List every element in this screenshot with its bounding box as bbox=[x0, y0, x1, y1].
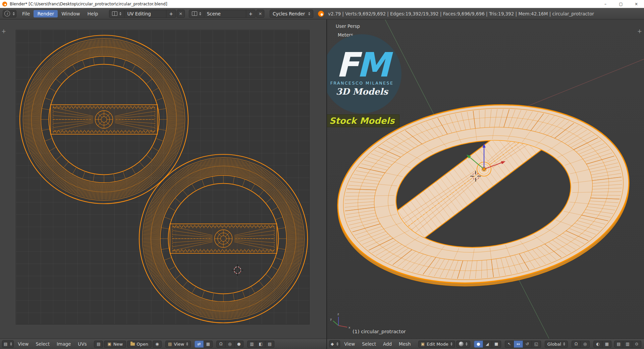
v3d-menu-select[interactable]: Select bbox=[359, 341, 379, 347]
window-controls: – ▢ × bbox=[598, 0, 644, 8]
render-preview-group: ◐ ▦ bbox=[593, 341, 611, 348]
layout-browse-button[interactable] bbox=[109, 10, 124, 17]
image-open-button[interactable]: Open bbox=[127, 341, 152, 348]
pin-button[interactable]: ◉ bbox=[153, 341, 162, 348]
dropdown-arrows-icon bbox=[10, 342, 12, 346]
viewport-3d-icon: ◆ bbox=[331, 342, 334, 346]
fm-logo-author: FRANCESCO MILANESE bbox=[330, 81, 394, 86]
manipulator-toggle-button[interactable]: ↖ bbox=[505, 341, 514, 348]
translate-manipulator-button[interactable]: ↔ bbox=[514, 341, 523, 348]
face-select-button[interactable]: ■ bbox=[492, 341, 501, 348]
dropdown-arrows-icon bbox=[563, 342, 565, 346]
stretch-icon: ▥ bbox=[250, 342, 254, 346]
uv-editor-header: ▤ View Select Image UVs ▤ ▣ New Open ◉ ▤… bbox=[0, 339, 326, 349]
uv-tool-button-1[interactable]: ▥ bbox=[247, 341, 256, 348]
uv-display-dropdown[interactable]: ▤ View bbox=[165, 341, 191, 348]
render-still-icon: ◐ bbox=[596, 342, 599, 346]
rotate-icon: ↺ bbox=[526, 342, 529, 346]
v3d-menu-mesh[interactable]: Mesh bbox=[396, 341, 414, 347]
snap-toggle-button[interactable]: Ω bbox=[572, 341, 581, 348]
window-title: Blender* [C:\Users\franc\Desktop\circula… bbox=[10, 2, 167, 6]
svg-text:x: x bbox=[348, 326, 351, 329]
maximize-button[interactable]: ▢ bbox=[613, 0, 629, 8]
close-button[interactable]: × bbox=[629, 0, 644, 8]
snap-element-button[interactable]: ◎ bbox=[581, 341, 590, 348]
proportional-edit-button[interactable]: ▥ bbox=[623, 341, 632, 348]
uv-wireframe-svg[interactable] bbox=[0, 19, 326, 339]
vertex-select-button[interactable]: ● bbox=[474, 341, 483, 348]
display-image-icon: ▤ bbox=[168, 342, 172, 346]
magnet-icon: Ω bbox=[219, 342, 222, 346]
viewport-shading-icon bbox=[459, 342, 464, 346]
v3d-menu-view[interactable]: View bbox=[341, 341, 358, 347]
occlude-geometry-button[interactable]: ▤ bbox=[614, 341, 623, 348]
menu-file[interactable]: File bbox=[18, 10, 34, 17]
info-editor-type-button[interactable]: i bbox=[3, 10, 16, 17]
window-titlebar[interactable]: Blender* [C:\Users\franc\Desktop\circula… bbox=[0, 0, 644, 8]
open-folder-icon bbox=[130, 343, 135, 346]
scene-browse-button[interactable] bbox=[189, 10, 204, 17]
extra-options-button[interactable]: ⊙ bbox=[632, 341, 641, 348]
layout-close-button[interactable]: × bbox=[177, 10, 185, 18]
uv-editor-pane[interactable]: + bbox=[0, 19, 326, 339]
edge-select-button[interactable]: ◢ bbox=[483, 341, 492, 348]
occlude-icon: ▤ bbox=[617, 342, 621, 346]
v3d-editor-type-button[interactable]: ◆ bbox=[329, 340, 340, 348]
image-new-button[interactable]: ▣ New bbox=[104, 341, 126, 348]
image-browse-button[interactable]: ▤ bbox=[94, 341, 103, 348]
vertex-icon: ● bbox=[477, 342, 480, 346]
uv-sync-selection-button[interactable]: ⇄ bbox=[195, 341, 204, 348]
manipulator-group: ↖ ↔ ↺ ◱ bbox=[505, 341, 541, 348]
dropdown-arrows-icon bbox=[308, 12, 310, 15]
scale-manipulator-button[interactable]: ◱ bbox=[532, 341, 541, 348]
layout-name-field[interactable]: UV Editing bbox=[124, 10, 166, 17]
snap-target-icon: ◎ bbox=[583, 342, 587, 346]
mode-dropdown[interactable]: ▣ Edit Mode bbox=[418, 341, 455, 348]
scene-name-field[interactable]: Scene bbox=[204, 10, 246, 17]
edge-icon: ◢ bbox=[486, 342, 489, 346]
area-corner-widget[interactable]: + bbox=[637, 29, 642, 34]
minimize-button[interactable]: – bbox=[598, 0, 613, 8]
scene-close-button[interactable]: × bbox=[256, 10, 264, 18]
uv-editor-type-button[interactable]: ▤ bbox=[2, 340, 14, 348]
uv-snap-button[interactable]: Ω bbox=[216, 341, 225, 348]
opengl-render-button[interactable]: ◐ bbox=[593, 341, 602, 348]
shading-dropdown[interactable] bbox=[456, 341, 470, 348]
proportional-icon: ▥ bbox=[626, 342, 629, 346]
right-tool-group: ▤ ▥ ⊙ bbox=[614, 341, 641, 348]
image-editor-icon: ▤ bbox=[4, 342, 7, 346]
uv-menu-select[interactable]: Select bbox=[33, 341, 53, 347]
uv-menu-uvs[interactable]: UVs bbox=[75, 341, 90, 347]
menu-window[interactable]: Window bbox=[58, 10, 84, 17]
scene-add-button[interactable]: + bbox=[246, 10, 255, 17]
scene-icon bbox=[192, 11, 197, 16]
orientation-dropdown[interactable]: Global bbox=[545, 341, 568, 348]
modified-icon: ◧ bbox=[259, 342, 262, 346]
render-engine-dropdown[interactable]: Cycles Render bbox=[270, 10, 313, 18]
translate-icon: ↔ bbox=[517, 342, 520, 346]
area-corner-widget[interactable]: + bbox=[1, 29, 6, 34]
uv-tool-button-2[interactable]: ◧ bbox=[256, 341, 265, 348]
uv-menu-view[interactable]: View bbox=[15, 341, 32, 347]
uv-sync-group: ⇄ ▦ bbox=[195, 341, 213, 348]
viewport-3d-pane[interactable]: xyz User Persp Meters (1) circular_protr… bbox=[327, 19, 644, 339]
layout-add-button[interactable]: + bbox=[166, 10, 175, 17]
pivot-icon: ● bbox=[237, 342, 240, 346]
face-icon: ■ bbox=[494, 342, 498, 346]
rotate-manipulator-button[interactable]: ↺ bbox=[523, 341, 532, 348]
v3d-menu-add[interactable]: Add bbox=[380, 341, 395, 347]
menu-help[interactable]: Help bbox=[84, 10, 102, 17]
fm-logo-letters: FM bbox=[336, 51, 388, 79]
uv-pivot-button[interactable]: ● bbox=[234, 341, 244, 348]
uv-tool-button-3[interactable]: ▤ bbox=[265, 341, 274, 348]
info-header: i File Render Window Help UV Editing + ×… bbox=[0, 8, 644, 19]
opengl-anim-button[interactable]: ▦ bbox=[602, 341, 611, 348]
screen-layout-selector[interactable]: UV Editing + bbox=[109, 10, 176, 18]
uv-snap-target-button[interactable]: ◎ bbox=[225, 341, 234, 348]
edit-mode-icon: ▣ bbox=[421, 342, 425, 346]
menu-render[interactable]: Render bbox=[34, 10, 58, 17]
uv-selectmode-button[interactable]: ▦ bbox=[204, 341, 213, 348]
scene-selector[interactable]: Scene + bbox=[189, 10, 256, 18]
uv-menu-image[interactable]: Image bbox=[54, 341, 74, 347]
magnet-icon: Ω bbox=[575, 342, 578, 346]
